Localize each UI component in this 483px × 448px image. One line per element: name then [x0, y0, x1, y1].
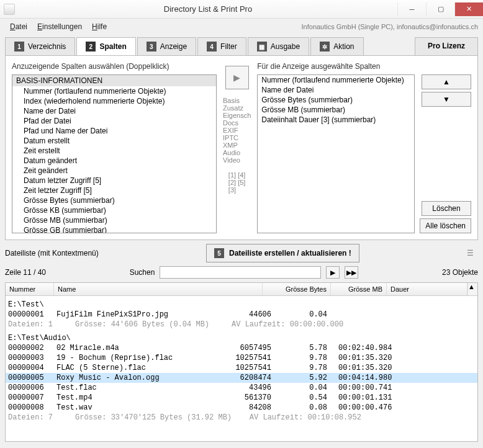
tab-strip: 1Verzeichnis 2Spalten 3Anzeige 4Filter ▦…: [5, 37, 478, 56]
list-item[interactable]: Grösse MB (summierbar): [12, 215, 216, 225]
list-item[interactable]: Grösse KB (summierbar): [12, 205, 216, 215]
move-down-button[interactable]: ▼: [422, 92, 471, 107]
app-icon: [4, 4, 15, 15]
table-row[interactable]: 00000005 Roxy Music - Avalon.ogg 6208474…: [6, 373, 477, 383]
category-link[interactable]: Audio: [223, 149, 251, 156]
minimize-button[interactable]: ─: [397, 2, 426, 16]
list-item[interactable]: Datum letzter Zugriff [5]: [12, 176, 216, 186]
path-row[interactable]: E:\Test\Audio\: [6, 329, 477, 343]
summary-row: Dateien: 7 Grösse: 33'470'125 Bytes (31.…: [6, 413, 477, 423]
table-row[interactable]: 00000001 FujiFilm FinePixS1Pro.jpg 44606…: [6, 310, 477, 320]
table-row[interactable]: 00000006 Test.flac 43496 0.0400:00:00.74…: [6, 383, 477, 393]
list-item[interactable]: Index (wiederholend nummerierte Objekte): [12, 96, 216, 106]
search-input[interactable]: [160, 266, 321, 279]
list-item[interactable]: Nummer (fortlaufend nummerierte Objekte): [258, 75, 414, 85]
path-row[interactable]: E:\Test\: [6, 296, 477, 310]
close-button[interactable]: ✕: [454, 2, 483, 16]
tab-pro-lizenz[interactable]: Pro Lizenz: [415, 37, 478, 55]
summary-row: Dateien: 1 Grösse: 44'606 Bytes (0.04 MB…: [6, 320, 477, 329]
tab-anzeige[interactable]: 3Anzeige: [137, 37, 196, 55]
list-item[interactable]: Zeit letzter Zugriff [5]: [12, 186, 216, 195]
selected-columns-list[interactable]: Nummer (fortlaufend nummerierte Objekte)…: [257, 74, 415, 233]
options-icon[interactable]: ☰: [467, 249, 478, 258]
col-nummer[interactable]: Nummer: [6, 283, 54, 295]
category-shortcuts: ▶ BasisZusatzEigenschDocsEXIFIPTCXMPAudi…: [223, 62, 251, 233]
list-item[interactable]: Zeit geändert: [12, 166, 216, 176]
license-info: Infonautics GmbH (Single PC), infonautic…: [302, 23, 478, 30]
row-info: Zeile 11 / 40: [5, 268, 46, 277]
file-grid: Nummer Name Grösse Bytes Grösse MB Dauer…: [5, 282, 478, 442]
delete-all-button[interactable]: Alle löschen: [420, 218, 471, 233]
menu-bar: Datei Einstellungen Hilfe Infonautics Gm…: [0, 19, 483, 35]
search-bar: Zeile 11 / 40 Suchen ▶ ▶▶ 23 Objekte: [5, 266, 478, 279]
available-columns-label: Anzuzeigende Spalten auswählen (Doppelkl…: [12, 62, 217, 71]
tab-verzeichnis[interactable]: 1Verzeichnis: [5, 37, 75, 55]
maximize-button[interactable]: ▢: [426, 2, 454, 16]
list-item[interactable]: Pfad der Datei: [12, 116, 216, 126]
category-link[interactable]: IPTC: [223, 134, 251, 141]
list-item[interactable]: Zeit erstellt: [12, 146, 216, 156]
menu-hilfe[interactable]: Hilfe: [87, 20, 112, 33]
list-item[interactable]: Datum geändert: [12, 156, 216, 166]
table-row[interactable]: 00000002 02 Miracle.m4a 6057495 5.7800:0…: [6, 343, 477, 353]
menu-einstellungen[interactable]: Einstellungen: [32, 20, 87, 33]
grid-body[interactable]: E:\Test\00000001 FujiFilm FinePixS1Pro.j…: [6, 296, 477, 441]
search-last-button[interactable]: ▶▶: [345, 266, 358, 279]
category-link[interactable]: Eigensch: [223, 112, 251, 119]
list-item[interactable]: Name der Datei: [258, 85, 414, 95]
list-item[interactable]: Nummer (fortlaufend nummerierte Objekte): [12, 86, 216, 96]
tab-aktion[interactable]: ✲Aktion: [310, 37, 363, 55]
columns-panel: Anzuzeigende Spalten auswählen (Doppelkl…: [5, 56, 478, 240]
table-row[interactable]: 00000008 Test.wav 84208 0.0800:00:00.476: [6, 403, 477, 413]
object-count: 23 Objekte: [442, 268, 478, 277]
selected-columns-label: Für die Anzeige ausgewählte Spalten: [257, 62, 471, 71]
search-next-button[interactable]: ▶: [326, 266, 340, 279]
category-link[interactable]: Basis: [223, 97, 251, 104]
list-item[interactable]: Datum erstellt: [12, 136, 216, 146]
grid-header[interactable]: Nummer Name Grösse Bytes Grösse MB Dauer…: [6, 283, 477, 296]
col-bytes[interactable]: Grösse Bytes: [263, 283, 331, 295]
list-item[interactable]: Pfad und Name der Datei: [12, 126, 216, 136]
tab-filter[interactable]: 4Filter: [197, 37, 246, 55]
list-item[interactable]: Name der Datei: [12, 106, 216, 116]
category-link[interactable]: EXIF: [223, 127, 251, 134]
create-list-button[interactable]: 5Dateiliste erstellen / aktualisieren !: [206, 244, 359, 262]
list-item[interactable]: Grösse GB (summierbar): [12, 225, 216, 233]
table-row[interactable]: 00000003 19 - Bochum (Reprise).flac 1025…: [6, 353, 477, 363]
footnote-link[interactable]: [3]: [228, 186, 246, 194]
search-label: Suchen: [130, 268, 155, 277]
category-link[interactable]: XMP: [223, 141, 251, 149]
list-item[interactable]: Grösse Bytes (summierbar): [258, 95, 414, 105]
table-row[interactable]: 00000007 Test.mp4 561370 0.5400:00:01.13…: [6, 393, 477, 403]
tab-ausgabe[interactable]: ▦Ausgabe: [248, 37, 309, 55]
list-item[interactable]: Grösse MB (summierbar): [258, 105, 414, 115]
file-list-bar: Dateiliste (mit Kontextmenü) 5Dateiliste…: [5, 244, 478, 262]
delete-button[interactable]: Löschen: [422, 201, 471, 216]
footnote-link[interactable]: [1] [4]: [228, 171, 246, 179]
menu-datei[interactable]: Datei: [5, 20, 32, 33]
window-title: Directory List & Print Pro: [19, 4, 397, 14]
col-mb[interactable]: Grösse MB: [331, 283, 387, 295]
category-link[interactable]: Zusatz: [223, 104, 251, 112]
list-item[interactable]: Grösse Bytes (summierbar): [12, 195, 216, 205]
list-group-header: BASIS-INFORMATIONEN: [12, 75, 216, 86]
table-row[interactable]: 00000004 FLAC (5 Sterne).flac 10257541 9…: [6, 363, 477, 373]
available-columns-list[interactable]: BASIS-INFORMATIONENNummer (fortlaufend n…: [12, 74, 217, 233]
file-list-label: Dateiliste (mit Kontextmenü): [5, 249, 99, 258]
move-up-button[interactable]: ▲: [422, 74, 471, 89]
scroll-up-icon[interactable]: ▲: [467, 283, 477, 295]
list-item[interactable]: Dateiinhalt Dauer [3] (summierbar): [258, 115, 414, 125]
footnote-link[interactable]: [2] [5]: [228, 179, 246, 186]
col-dauer[interactable]: Dauer: [387, 283, 467, 295]
category-link[interactable]: Docs: [223, 119, 251, 127]
category-link[interactable]: Video: [223, 156, 251, 164]
add-column-button[interactable]: ▶: [225, 66, 249, 89]
title-bar: Directory List & Print Pro ─ ▢ ✕: [0, 0, 483, 19]
tab-spalten[interactable]: 2Spalten: [76, 37, 135, 55]
col-name[interactable]: Name: [54, 283, 263, 295]
